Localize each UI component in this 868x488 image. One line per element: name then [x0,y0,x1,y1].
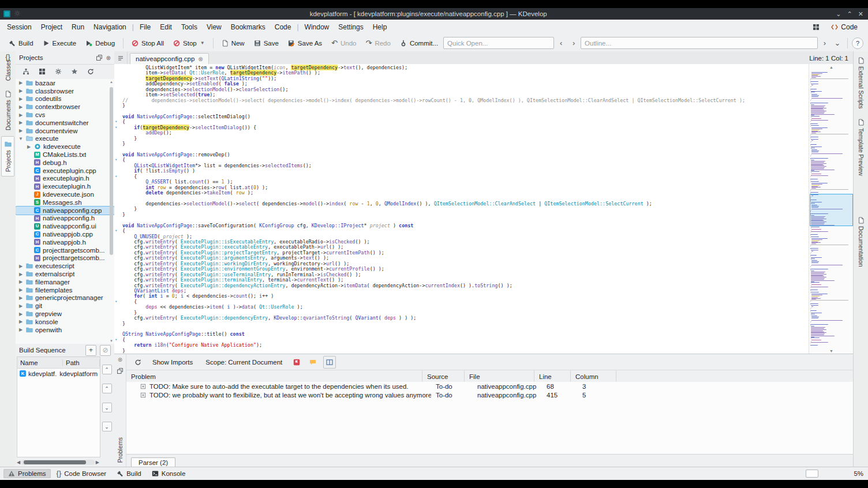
scroll-down-icon[interactable]: ▼ [109,339,114,343]
expander-icon[interactable]: ▶ [18,80,24,85]
code-line[interactable]: // dependencies->selectionModel()->selec… [114,98,809,103]
column-header-line[interactable]: Line [534,370,571,382]
horizontal-scrollbar[interactable]: ◀ ▶ [17,459,99,466]
dock-tab-documentation[interactable]: Documentation [855,213,867,271]
tree-item-filemanager[interactable]: ▶filemanager [16,278,114,286]
tree-item-codeutils[interactable]: ▶codeutils [16,95,114,103]
scroll-up-icon[interactable]: ▲ [809,65,854,69]
code-line[interactable]: dependencies->selectionModel()->clearSel… [114,87,809,92]
code-line[interactable]: } [114,103,809,108]
tree-item-projecttargetscomb-[interactable]: Hprojecttargetscomb... [16,254,114,262]
minimap-viewport[interactable] [810,194,853,226]
menu-bookmarks[interactable]: Bookmarks [226,21,270,33]
editor-tab[interactable]: nativeappconfig.cpp ⊗ [130,53,209,64]
code-line[interactable]: if( !list.isEmpty() ) [114,168,809,174]
undo-button[interactable]: ↶Undo [327,38,360,48]
detach-icon[interactable] [117,367,124,374]
error-filter-icon[interactable] [293,359,300,366]
code-line[interactable]: addDep(); [114,130,809,136]
code-line[interactable]: cfg.writeEntry( ExecutePlugin::dependenc… [114,283,809,288]
code-line[interactable]: } [114,212,809,217]
refresh-icon[interactable] [134,359,141,366]
code-line[interactable]: } [114,348,809,354]
help-button[interactable]: ? [852,37,863,49]
tree-item-executescript[interactable]: ▶executescript [16,262,114,270]
area-code-button[interactable]: Code [826,22,862,32]
code-line[interactable]: ▾{ [114,228,809,234]
execute-button[interactable]: Execute [39,38,81,48]
tree-item-openwith[interactable]: ▶openwith [16,326,114,334]
menu-project[interactable]: Project [36,21,67,33]
bookmark-button[interactable] [69,66,80,77]
scroll-down-icon[interactable]: ▼ [809,349,854,353]
expander-icon[interactable]: ▶ [18,319,24,324]
comment-filter-icon[interactable] [309,359,316,366]
debug-button[interactable]: Debug [81,38,119,48]
expander-icon[interactable]: ▶ [18,311,24,317]
tree-item-bazaar[interactable]: ▶bazaar [16,79,114,87]
tree-item-grepview[interactable]: ▶grepview [16,310,114,318]
expander-icon[interactable]: ▶ [18,272,24,277]
menu-view[interactable]: View [202,21,226,33]
minimize-button[interactable]: ⌄ [836,10,841,18]
quick-open-input[interactable] [443,37,554,49]
chevD-button[interactable]: ⌄ [832,37,843,49]
tree-item-nativeappjob-cpp[interactable]: Cnativeappjob.cpp [16,230,114,238]
tree-item-Messages-sh[interactable]: SMessages.sh [16,198,114,207]
close-button[interactable]: ✕ [858,10,863,18]
move-bottom-button[interactable]: ⌄ [102,422,112,431]
move-down-button[interactable]: ⌄ [102,403,112,412]
column-header-column[interactable]: Column [571,370,616,382]
close-icon[interactable]: ⊗ [106,55,111,61]
overview-button[interactable] [20,66,32,77]
tree-item-konsole[interactable]: ▶konsole [16,318,114,326]
minimap[interactable]: ▲ ▼ [809,64,854,354]
code-line[interactable]: delete dependencies->takeItem( row ); [114,190,809,196]
tree-item-cvs[interactable]: ▶cvs [16,111,114,119]
tree-scrollbar[interactable]: ▲ ▼ [109,80,114,343]
tree-item-externalscript[interactable]: ▶externalscript [16,270,114,278]
expander-icon[interactable]: ▶ [18,88,24,93]
code-line[interactable]: } [114,141,809,147]
dock-tab-classes[interactable]: {}Classes [1,53,14,85]
chevR-button[interactable]: › [819,37,830,49]
fold-marker-icon[interactable]: ▾ [115,299,117,305]
problem-row[interactable]: TODO: Make sure to auto-add the executab… [126,382,854,391]
column-header-problem[interactable]: Problem [126,370,422,382]
detach-icon[interactable] [96,54,103,61]
commit--button[interactable]: Commit... [396,38,442,48]
dock-tab-external-scripts[interactable]: External Scripts [855,53,867,113]
close-icon[interactable]: ⊗ [118,356,122,363]
statusbar-code-browser-button[interactable]: {}Code Browser [52,469,111,478]
code-line[interactable]: } [114,321,809,326]
statusbar-build-button[interactable]: Build [112,469,146,478]
close-tab-icon[interactable]: ⊗ [198,56,203,62]
columns-icon[interactable] [326,359,333,366]
build-button[interactable]: Build [5,38,38,48]
expander-icon[interactable]: ▶ [18,287,24,292]
code-line[interactable]: cfg.writeEntry( ExecutePlugin::dependenc… [114,316,809,321]
scroll-right-icon[interactable]: ▶ [96,460,99,465]
scrollbar-thumb[interactable] [110,87,113,255]
code-editor[interactable]: QListWidgetItem* item = new QListWidgetI… [114,64,854,354]
redo-button[interactable]: ↷Redo [361,38,394,48]
menu-run[interactable]: Run [67,21,89,33]
menu-settings[interactable]: Settings [334,21,368,33]
code-line[interactable]: void NativeAppConfigPage::removeDep() [114,152,809,157]
code-line[interactable]: return i18n("Configure Native Applicatio… [114,343,809,348]
tree-item-contextbrowser[interactable]: ▶contextbrowser [16,103,114,111]
expander-icon[interactable]: ▶ [26,144,32,149]
tab-parser[interactable]: Parser (2) [131,457,175,467]
dock-tab-documents[interactable]: Documents [1,87,14,134]
code-line[interactable]: void NativeAppConfigPage::saveToConfigur… [114,223,809,228]
chevL-button[interactable]: ‹ [555,37,567,49]
menu-code[interactable]: Code [270,21,296,33]
show-imports-button[interactable]: Show Imports [148,357,197,367]
column-header-file[interactable]: File [465,370,534,382]
tree-item-iexecuteplugin-h[interactable]: Hiexecuteplugin.h [16,182,114,190]
tree-item-projecttargetscomb-[interactable]: Cprojecttargetscomb... [16,246,114,254]
scroll-left-icon[interactable]: ◀ [17,460,20,465]
menu-help[interactable]: Help [368,21,392,33]
column-header-path[interactable]: Path [63,359,100,366]
refresh-button[interactable] [85,66,96,77]
